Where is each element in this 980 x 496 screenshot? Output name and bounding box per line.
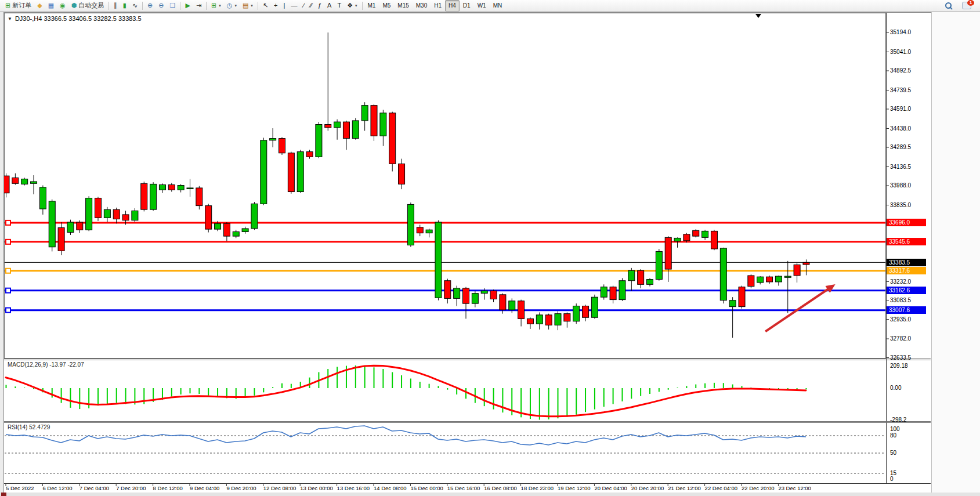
periods-caret-icon[interactable]: ▾ bbox=[234, 3, 237, 8]
candle-body bbox=[279, 139, 285, 153]
market-watch-button[interactable]: ◆ bbox=[34, 0, 45, 12]
vertical-line-button[interactable]: | bbox=[281, 0, 288, 12]
chart-window[interactable]: ▼ DJ30-,H4 33366.5 33406.5 33282.5 33383… bbox=[3, 12, 932, 493]
candle-body bbox=[178, 186, 184, 190]
status-strip bbox=[0, 493, 980, 496]
fibonacci-button[interactable]: ƒ bbox=[315, 0, 324, 12]
price-axis-label: 34892.5 bbox=[890, 67, 911, 74]
time-axis-label: 14 Dec 08:00 bbox=[374, 485, 407, 491]
chat-notifications-button[interactable]: 1 bbox=[959, 0, 974, 12]
arrows-tool-button[interactable]: ❖▾ bbox=[344, 0, 360, 12]
crosshair-button[interactable]: + bbox=[271, 0, 280, 12]
main-plot-border bbox=[5, 13, 886, 359]
cursor-button[interactable]: ↖ bbox=[260, 0, 271, 12]
zoom-in-button[interactable]: ⊕ bbox=[144, 0, 156, 12]
time-axis-label: 20 Dec 20:00 bbox=[631, 485, 664, 491]
candle-body bbox=[21, 179, 28, 184]
level-line-handle[interactable] bbox=[6, 288, 10, 293]
rsi-header: RSI(14) 52.4729 bbox=[8, 424, 50, 430]
timeframe-h4-button[interactable]: H4 bbox=[445, 0, 460, 12]
candle-body bbox=[757, 277, 764, 283]
price-axis-label: 35041.0 bbox=[890, 49, 911, 55]
level-line-handle[interactable] bbox=[6, 269, 10, 273]
candle-body bbox=[270, 139, 276, 140]
time-axis-label: 9 Dec 04:00 bbox=[190, 485, 219, 491]
autotrading-icon: ⬢ bbox=[71, 2, 77, 9]
time-axis-label: 20 Dec 04:00 bbox=[594, 485, 627, 491]
new-chart-button[interactable]: ⊞▾ bbox=[208, 0, 224, 12]
zoom-out-button[interactable]: ⊖ bbox=[156, 0, 167, 12]
time-axis-label: 12 Dec 08:00 bbox=[263, 485, 296, 491]
text-label-button[interactable]: T bbox=[334, 0, 344, 12]
tile-windows-button[interactable]: ❏ bbox=[167, 0, 179, 12]
timeframe-d1-button[interactable]: D1 bbox=[460, 0, 474, 12]
candle-body bbox=[334, 122, 341, 128]
indicators-button[interactable]: ▤▾ bbox=[240, 0, 256, 12]
rsi-axis-label: 0 bbox=[890, 476, 894, 482]
candle-body bbox=[619, 281, 625, 300]
candle-body bbox=[739, 287, 745, 307]
autotrading-label: 自动交易 bbox=[78, 1, 104, 10]
text-label-icon: T bbox=[337, 2, 341, 9]
timeframe-m15-button[interactable]: M15 bbox=[394, 0, 412, 12]
navigator-button[interactable]: ▦ bbox=[45, 0, 57, 12]
new-order-label: 新订单 bbox=[12, 1, 31, 10]
timeframe-m5-button[interactable]: M5 bbox=[379, 0, 394, 12]
candle-body bbox=[242, 229, 248, 231]
candle-body bbox=[58, 227, 64, 251]
periods-button[interactable]: ◷▾ bbox=[224, 0, 240, 12]
rsi-axis-label: 100 bbox=[890, 426, 900, 432]
chart-shift-button[interactable]: ⇥ bbox=[193, 0, 204, 12]
time-axis-label: 8 Dec 12:00 bbox=[153, 485, 183, 491]
candle-body bbox=[187, 188, 193, 189]
level-line-handle[interactable] bbox=[6, 240, 10, 244]
toolbar-separator bbox=[180, 2, 180, 10]
candle-body bbox=[766, 277, 773, 282]
fibonacci-icon: ƒ bbox=[318, 2, 321, 9]
text-button[interactable]: A bbox=[324, 0, 334, 12]
timeframe-h1-button[interactable]: H1 bbox=[431, 0, 445, 12]
candle-body bbox=[4, 176, 9, 193]
candlestick-mode-button[interactable]: ▮ bbox=[120, 0, 129, 12]
timeframe-mn-button[interactable]: MN bbox=[490, 0, 506, 12]
price-axis-label: 34739.5 bbox=[890, 87, 911, 93]
symbol-search-button[interactable] bbox=[942, 0, 954, 12]
indicators-icon: ▤ bbox=[243, 2, 248, 9]
toolbar-separator bbox=[362, 2, 363, 10]
candle-body bbox=[132, 211, 138, 220]
terminal-button[interactable]: ◉ bbox=[57, 0, 68, 12]
toolbar-separator bbox=[206, 2, 207, 10]
price-axis-label: 32782.0 bbox=[890, 335, 911, 342]
level-line-handle[interactable] bbox=[6, 220, 10, 225]
time-axis-label: 15 Dec 00:00 bbox=[410, 485, 443, 491]
zoom-out-icon: ⊖ bbox=[158, 2, 164, 9]
candle-body bbox=[141, 183, 147, 209]
new-chart-caret-icon[interactable]: ▾ bbox=[219, 3, 221, 8]
price-level-badge: 33162.6 bbox=[887, 287, 926, 294]
bar-chart-mode-button[interactable]: ∥ bbox=[111, 0, 120, 12]
line-chart-mode-button[interactable]: ∿ bbox=[129, 0, 140, 12]
candle-body bbox=[628, 270, 635, 281]
autotrading-button[interactable]: ⬢自动交易 bbox=[68, 0, 107, 12]
arrows-tool-caret-icon[interactable]: ▾ bbox=[355, 3, 357, 8]
time-axis-label: 9 Dec 20:00 bbox=[226, 485, 256, 491]
timeframe-w1-button[interactable]: W1 bbox=[474, 0, 490, 12]
indicators-caret-icon[interactable]: ▾ bbox=[251, 3, 253, 8]
level-line-handle[interactable] bbox=[6, 308, 10, 313]
trendline-button[interactable]: ∕ bbox=[300, 0, 307, 12]
chart-collapse-icon[interactable]: ▼ bbox=[8, 16, 12, 21]
chart-canvas[interactable] bbox=[4, 13, 931, 493]
arrows-tool-icon: ❖ bbox=[347, 2, 353, 9]
equidistant-channel-button[interactable]: ∕∕ bbox=[307, 0, 315, 12]
horizontal-line-button[interactable]: — bbox=[288, 0, 300, 12]
timeframe-m1-button[interactable]: M1 bbox=[364, 0, 379, 12]
toolbar-separator bbox=[258, 2, 258, 10]
new-order-button[interactable]: ⊞新订单 bbox=[2, 0, 34, 12]
candle-body bbox=[601, 287, 607, 298]
candle-body bbox=[150, 184, 157, 209]
time-axis-label: 18 Dec 23:00 bbox=[521, 485, 554, 491]
candle-body bbox=[325, 124, 331, 127]
timeframe-m30-button[interactable]: M30 bbox=[413, 0, 431, 12]
auto-scroll-button[interactable]: ▶ bbox=[182, 0, 193, 12]
candle-body bbox=[656, 251, 662, 279]
